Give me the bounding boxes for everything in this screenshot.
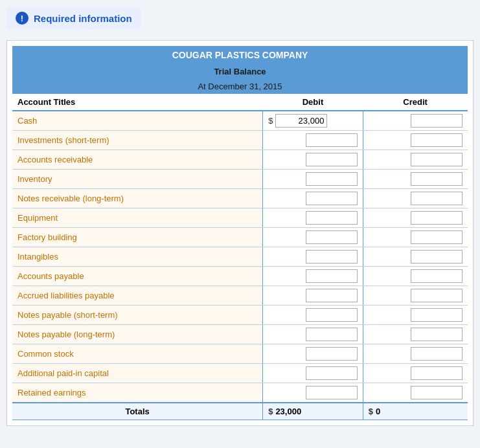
debit-input[interactable] — [306, 289, 358, 302]
credit-input[interactable] — [411, 328, 463, 341]
credit-input[interactable] — [411, 386, 463, 399]
credit-cell[interactable] — [363, 131, 468, 150]
debit-cell[interactable] — [263, 131, 363, 150]
table-row: Intangibles — [12, 247, 468, 267]
totals-credit-cell: $ 0 — [363, 403, 468, 420]
credit-input[interactable] — [411, 133, 463, 147]
account-name-cell: Cash — [12, 111, 263, 131]
account-name-cell: Factory building — [12, 228, 263, 247]
table-row: Retained earnings — [12, 383, 468, 403]
credit-cell[interactable] — [363, 247, 468, 267]
credit-cell[interactable] — [363, 286, 468, 306]
debit-cell[interactable] — [263, 364, 363, 383]
debit-input[interactable] — [306, 328, 358, 341]
account-name-cell: Accrued liabilities payable — [12, 286, 263, 306]
credit-input[interactable] — [411, 172, 463, 186]
debit-input[interactable] — [306, 366, 358, 380]
credit-input[interactable] — [411, 211, 463, 225]
credit-cell[interactable] — [363, 364, 468, 383]
account-name-cell: Inventory — [12, 170, 263, 189]
debit-cell[interactable] — [263, 286, 363, 306]
table-row: Equipment — [12, 208, 468, 228]
debit-cell[interactable] — [263, 383, 363, 403]
debit-cell[interactable] — [263, 189, 363, 208]
table-row: Accrued liabilities payable — [12, 286, 468, 306]
required-info-text: Required information — [34, 13, 132, 24]
credit-cell[interactable] — [363, 150, 468, 170]
debit-input[interactable] — [275, 114, 327, 128]
debit-input[interactable] — [306, 269, 358, 283]
credit-input[interactable] — [411, 153, 463, 166]
credit-cell[interactable] — [363, 325, 468, 344]
debit-cell[interactable] — [263, 247, 363, 267]
debit-input[interactable] — [306, 172, 358, 186]
table-row: Accounts receivable — [12, 150, 468, 170]
required-info-banner: ! Required information — [6, 6, 141, 30]
table-row: Factory building — [12, 228, 468, 247]
table-row: Accounts payable — [12, 267, 468, 286]
credit-input[interactable] — [411, 230, 463, 244]
credit-input[interactable] — [411, 366, 463, 380]
credit-cell[interactable] — [363, 170, 468, 189]
account-name-cell: Additional paid-in capital — [12, 364, 263, 383]
table-row: Notes payable (long-term) — [12, 325, 468, 344]
totals-debit-cell: $ 23,000 — [263, 403, 363, 420]
credit-cell[interactable] — [363, 208, 468, 228]
credit-input[interactable] — [411, 289, 463, 302]
table-row: Additional paid-in capital — [12, 364, 468, 383]
debit-cell[interactable] — [263, 267, 363, 286]
table-row: Notes receivable (long-term) — [12, 189, 468, 208]
account-name-cell: Investments (short-term) — [12, 131, 263, 150]
credit-cell[interactable] — [363, 189, 468, 208]
account-name-cell: Equipment — [12, 208, 263, 228]
debit-cell[interactable] — [263, 170, 363, 189]
table-row: Notes payable (short-term) — [12, 306, 468, 325]
credit-input[interactable] — [411, 250, 463, 263]
credit-cell[interactable] — [363, 267, 468, 286]
credit-cell[interactable] — [363, 306, 468, 325]
debit-dollar-sign: $ — [268, 116, 273, 126]
table-date: At December 31, 2015 — [12, 79, 468, 94]
debit-input[interactable] — [306, 250, 358, 263]
totals-debit-value: 23,000 — [275, 407, 301, 416]
credit-input[interactable] — [411, 114, 463, 128]
debit-input[interactable] — [306, 133, 358, 147]
totals-credit-value: 0 — [376, 407, 380, 416]
credit-input[interactable] — [411, 308, 463, 322]
credit-cell[interactable] — [363, 344, 468, 364]
account-name-cell: Notes payable (short-term) — [12, 306, 263, 325]
totals-label: Totals — [12, 403, 263, 420]
table-row: Common stock — [12, 344, 468, 364]
debit-input[interactable] — [306, 153, 358, 166]
debit-cell[interactable] — [263, 344, 363, 364]
totals-credit-dollar: $ — [369, 407, 373, 416]
debit-input[interactable] — [306, 230, 358, 244]
credit-header: Credit — [363, 94, 468, 111]
credit-input[interactable] — [411, 347, 463, 361]
debit-input[interactable] — [306, 347, 358, 361]
account-name-cell: Accounts payable — [12, 267, 263, 286]
debit-cell[interactable] — [263, 325, 363, 344]
table-subtitle: Trial Balance — [12, 64, 468, 79]
debit-input[interactable] — [306, 192, 358, 205]
debit-input[interactable] — [306, 211, 358, 225]
table-container: COUGAR PLASTICS COMPANY Trial Balance At… — [6, 40, 474, 426]
credit-input[interactable] — [411, 269, 463, 283]
account-name-cell: Notes receivable (long-term) — [12, 189, 263, 208]
credit-cell[interactable] — [363, 111, 468, 131]
debit-cell[interactable] — [263, 208, 363, 228]
debit-input[interactable] — [306, 308, 358, 322]
info-icon: ! — [16, 12, 29, 25]
debit-cell[interactable] — [263, 228, 363, 247]
account-name-cell: Accounts receivable — [12, 150, 263, 170]
account-titles-header: Account Titles — [12, 94, 263, 111]
credit-cell[interactable] — [363, 228, 468, 247]
table-row: Inventory — [12, 170, 468, 189]
debit-input[interactable] — [306, 386, 358, 399]
debit-cell[interactable] — [263, 150, 363, 170]
credit-input[interactable] — [411, 192, 463, 205]
credit-cell[interactable] — [363, 383, 468, 403]
debit-cell[interactable] — [263, 306, 363, 325]
debit-cell[interactable]: $ — [263, 111, 363, 131]
account-name-cell: Retained earnings — [12, 383, 263, 403]
